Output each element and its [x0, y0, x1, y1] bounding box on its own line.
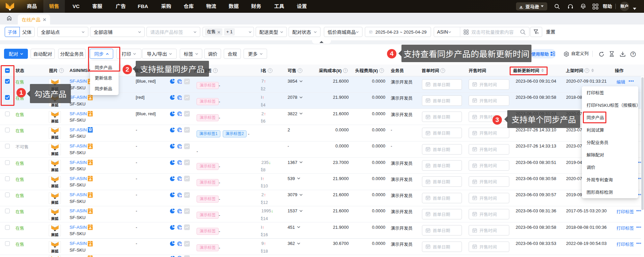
- svg-text:a: a: [520, 4, 522, 9]
- svg-text:M: M: [89, 128, 91, 132]
- svg-text:?: ?: [632, 52, 634, 56]
